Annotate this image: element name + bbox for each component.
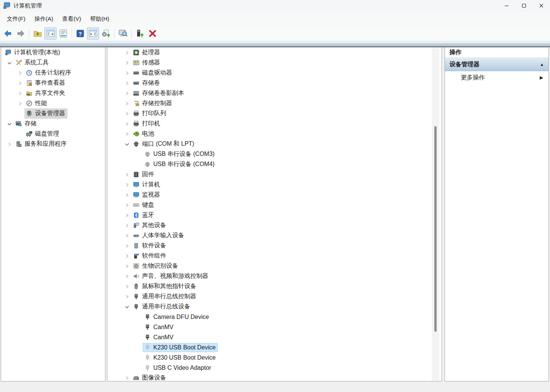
tree-row[interactable]: 软件设备 xyxy=(107,241,442,251)
tree-row[interactable]: 磁盘管理 xyxy=(1,129,105,139)
menu-item[interactable]: 查看(V) xyxy=(58,14,86,24)
chevron-collapsed-icon[interactable] xyxy=(122,111,131,117)
chevron-expanded-icon[interactable] xyxy=(122,304,131,310)
chevron-collapsed-icon[interactable] xyxy=(122,273,131,279)
tree-row[interactable]: USB 串行设备 (COM4) xyxy=(107,159,442,169)
tree-item[interactable]: 软件设备 xyxy=(131,241,168,251)
uninstall-device-button[interactable] xyxy=(147,27,159,40)
properties-button[interactable] xyxy=(57,27,69,40)
tree-item[interactable]: 任务计划程序 xyxy=(24,68,73,78)
tree-item[interactable]: 存储卷卷影副本 xyxy=(131,88,186,98)
selected-tree-item[interactable]: 设备管理器 xyxy=(24,108,67,119)
tree-row[interactable]: 打印队列 xyxy=(107,108,442,119)
tree-item[interactable]: 声音、视频和游戏控制器 xyxy=(131,271,211,281)
tree-item[interactable]: 磁盘管理 xyxy=(24,129,61,139)
tree-item[interactable]: Camera DFU Device xyxy=(143,313,211,322)
tree-item[interactable]: 事件查看器 xyxy=(24,78,67,88)
tree-row[interactable]: 存储卷 xyxy=(107,78,442,88)
tree-row[interactable]: 鼠标和其他指针设备 xyxy=(107,281,442,291)
tree-item[interactable]: 存储卷 xyxy=(131,78,162,88)
tree-item[interactable]: 传感器 xyxy=(131,58,162,68)
chevron-expanded-icon[interactable] xyxy=(5,60,14,66)
tree-item[interactable]: USB 串行设备 (COM4) xyxy=(143,159,217,169)
chevron-collapsed-icon[interactable] xyxy=(122,212,131,218)
tree-row[interactable]: 打印机 xyxy=(107,119,442,129)
chevron-collapsed-icon[interactable] xyxy=(15,101,24,107)
tree-row[interactable]: 蓝牙 xyxy=(107,210,442,220)
tree-row[interactable]: 通用串行总线设备 xyxy=(107,302,442,312)
tree-item[interactable]: USB 串行设备 (COM3) xyxy=(143,149,217,159)
tree-item[interactable]: 计算机管理(本地) xyxy=(3,47,63,58)
menu-item[interactable]: 操作(A) xyxy=(30,14,58,24)
selected-tree-item[interactable]: K230 USB Boot Device xyxy=(143,343,218,352)
update-driver-button[interactable] xyxy=(134,27,146,40)
tree-row[interactable]: 设备管理器 xyxy=(1,108,105,119)
back-button[interactable] xyxy=(2,27,14,40)
tree-row[interactable]: 人体学输入设备 xyxy=(107,230,442,241)
tree-item[interactable]: 存储 xyxy=(14,119,39,129)
tree-row[interactable]: CanMV xyxy=(107,322,442,332)
tree-item[interactable]: USB C Video Adaptor xyxy=(143,363,214,372)
tree-item[interactable]: 系统工具 xyxy=(14,58,51,68)
vertical-scrollbar[interactable] xyxy=(432,47,439,381)
tree-row[interactable]: CanMV xyxy=(107,332,442,342)
tree-row[interactable]: 存储卷卷影副本 xyxy=(107,88,442,98)
tree-item[interactable]: 服务和应用程序 xyxy=(14,139,69,149)
chevron-collapsed-icon[interactable] xyxy=(122,253,131,259)
maximize-button[interactable] xyxy=(515,0,533,11)
tree-item[interactable]: 监视器 xyxy=(131,190,162,200)
tree-item[interactable]: 磁盘驱动器 xyxy=(131,68,174,78)
tree-row[interactable]: K230 USB Boot Device xyxy=(107,342,442,352)
close-button[interactable] xyxy=(533,0,550,11)
tree-item[interactable]: CanMV xyxy=(143,333,176,342)
tree-row[interactable]: 声音、视频和游戏控制器 xyxy=(107,271,442,281)
chevron-collapsed-icon[interactable] xyxy=(122,243,131,249)
search-computer-button[interactable] xyxy=(117,27,129,40)
chevron-collapsed-icon[interactable] xyxy=(122,294,131,300)
actions-section-header[interactable]: 设备管理器 ▲ xyxy=(445,58,548,71)
scrollbar-thumb[interactable] xyxy=(434,126,437,332)
tree-row[interactable]: 系统工具 xyxy=(1,58,105,68)
tree-item[interactable]: 打印机 xyxy=(131,119,162,129)
collapse-section-icon[interactable]: ▲ xyxy=(540,62,544,67)
tree-item[interactable]: K230 USB Boot Device xyxy=(143,353,218,362)
tree-row[interactable]: 性能 xyxy=(1,98,105,108)
tree-item[interactable]: 通用串行总线控制器 xyxy=(131,291,199,302)
tree-item[interactable]: 鼠标和其他指针设备 xyxy=(131,281,199,291)
menu-item[interactable]: 帮助(H) xyxy=(86,14,114,24)
tree-row[interactable]: USB 串行设备 (COM3) xyxy=(107,149,442,159)
tree-row[interactable]: Camera DFU Device xyxy=(107,312,442,322)
chevron-collapsed-icon[interactable] xyxy=(122,233,131,239)
scan-hardware-button[interactable] xyxy=(100,27,112,40)
chevron-collapsed-icon[interactable] xyxy=(122,90,131,96)
tree-item[interactable]: 处理器 xyxy=(131,47,162,58)
tree-row[interactable]: 计算机管理(本地) xyxy=(1,47,105,58)
chevron-collapsed-icon[interactable] xyxy=(122,263,131,269)
tree-item[interactable]: 共享文件夹 xyxy=(24,88,67,98)
folder-up-button[interactable] xyxy=(32,27,44,40)
tree-row[interactable]: 磁盘驱动器 xyxy=(107,68,442,78)
tree-item[interactable]: CanMV xyxy=(143,323,176,332)
tree-row[interactable]: K230 USB Boot Device xyxy=(107,352,442,363)
tree-row[interactable]: 通用串行总线控制器 xyxy=(107,291,442,302)
chevron-collapsed-icon[interactable] xyxy=(122,121,131,127)
tree-row[interactable]: 事件查看器 xyxy=(1,78,105,88)
chevron-collapsed-icon[interactable] xyxy=(122,131,131,137)
chevron-expanded-icon[interactable] xyxy=(122,141,131,147)
tree-row[interactable]: 传感器 xyxy=(107,58,442,68)
more-actions-item[interactable]: 更多操作 ▶ xyxy=(445,71,548,84)
chevron-collapsed-icon[interactable] xyxy=(122,284,131,290)
tree-row[interactable]: 其他设备 xyxy=(107,220,442,230)
forward-button[interactable] xyxy=(15,27,27,40)
chevron-collapsed-icon[interactable] xyxy=(122,202,131,208)
tree-row[interactable]: 计算机 xyxy=(107,180,442,190)
tree-row[interactable]: 生物识别设备 xyxy=(107,261,442,271)
chevron-collapsed-icon[interactable] xyxy=(122,50,131,56)
tree-item[interactable]: 图像设备 xyxy=(131,373,168,381)
minimize-button[interactable] xyxy=(498,0,515,11)
tree-row[interactable]: 键盘 xyxy=(107,200,442,210)
tree-row[interactable]: USB C Video Adaptor xyxy=(107,363,442,373)
chevron-collapsed-icon[interactable] xyxy=(122,80,131,86)
chevron-collapsed-icon[interactable] xyxy=(122,70,131,76)
tree-row[interactable]: 处理器 xyxy=(107,47,442,58)
